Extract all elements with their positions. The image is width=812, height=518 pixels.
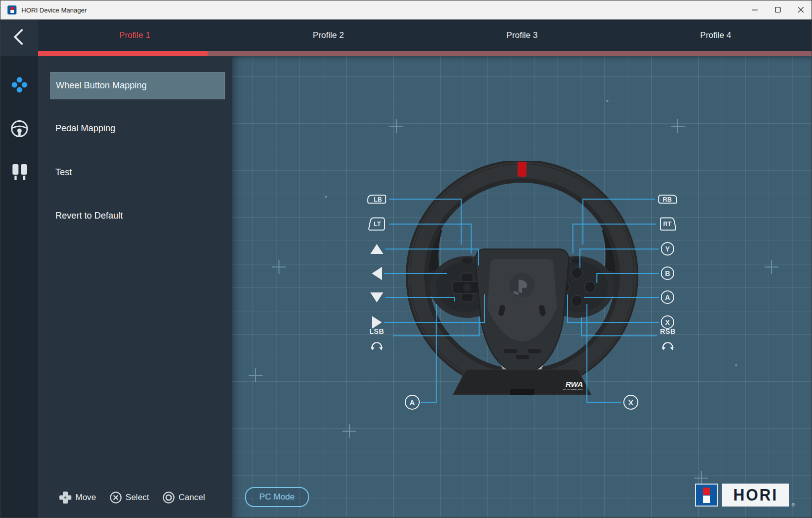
rim-center-stripe	[518, 162, 527, 177]
rsb-stick-icon	[661, 342, 674, 351]
profile-menu-panel: Wheel Button Mapping Pedal Mapping Test …	[38, 56, 232, 518]
close-icon[interactable]	[790, 0, 812, 19]
arrow-left-icon	[371, 266, 383, 281]
hori-mark-icon	[695, 484, 718, 507]
buttons-cluster-icon	[10, 76, 28, 94]
lt-badge: LT	[366, 216, 388, 232]
dpad-icon	[59, 491, 72, 504]
steering-wheel-icon	[9, 119, 29, 139]
rt-badge: RT	[657, 216, 679, 232]
svg-text:RT: RT	[663, 221, 672, 228]
pedals-icon	[10, 164, 28, 181]
sidebar-item-pedals[interactable]	[0, 158, 38, 186]
profile-tab-bar: Profile 1 Profile 2 Profile 3 Profile 4	[0, 19, 812, 56]
title-bar: HORI Device Manager	[0, 0, 812, 19]
x-button-callout: X	[661, 315, 674, 329]
bottom-a-button-callout: A	[405, 395, 420, 410]
legend-select: Select	[109, 491, 149, 504]
arrow-up-icon	[369, 243, 384, 255]
menu-item-revert-to-default[interactable]: Revert to Default	[55, 211, 123, 221]
sidebar-item-steering-wheel[interactable]	[0, 115, 38, 143]
back-button[interactable]	[0, 19, 38, 56]
arrow-down-icon	[369, 291, 384, 303]
y-button-callout: Y	[661, 242, 674, 256]
sidebar-item-buttons-cluster[interactable]	[0, 71, 38, 99]
icon-rail	[0, 56, 38, 518]
rb-badge: RB	[656, 193, 679, 206]
hori-word-text: HORI	[733, 486, 778, 505]
steering-wheel-illustration: RWA RACING WHEEL APEX	[392, 161, 652, 401]
window-controls	[744, 0, 812, 19]
menu-item-pedal-mapping[interactable]: Pedal Mapping	[55, 123, 115, 134]
hori-device-manager-window: HORI Device Manager Profile 1 Profile 2 …	[0, 0, 812, 518]
lsb-label: LSB	[359, 327, 394, 335]
legend-move-label: Move	[75, 493, 96, 503]
cross-circle-icon	[109, 491, 122, 504]
face-buttons	[571, 267, 582, 278]
svg-text:LT: LT	[374, 221, 381, 228]
legend-cancel: Cancel	[162, 491, 205, 504]
wheel-brand-text: RWA	[565, 380, 583, 388]
controller-hint-legend: Move Select Cancel	[59, 491, 205, 504]
maximize-icon[interactable]	[767, 0, 790, 19]
double-circle-icon	[162, 491, 175, 504]
lb-badge: LB	[365, 193, 388, 206]
menu-item-test[interactable]: Test	[55, 167, 72, 178]
hori-logo: HORI ®	[695, 484, 789, 507]
minimize-icon[interactable]	[744, 0, 767, 19]
tab-underline	[38, 51, 812, 56]
registered-mark: ®	[792, 503, 795, 508]
app-icon	[7, 5, 16, 14]
menu-item-label: Wheel Button Mapping	[56, 80, 147, 91]
hori-wordmark: HORI ®	[722, 484, 789, 507]
lsb-stick-icon	[370, 342, 383, 351]
bottom-x-button-callout: X	[623, 395, 638, 410]
legend-select-label: Select	[126, 493, 149, 503]
tab-profile-3[interactable]: Profile 3	[425, 19, 619, 51]
tab-profile-4[interactable]: Profile 4	[619, 19, 812, 51]
svg-text:LB: LB	[374, 196, 382, 203]
tab-profile-1[interactable]: Profile 1	[38, 19, 232, 51]
menu-item-wheel-button-mapping[interactable]: Wheel Button Mapping	[50, 72, 225, 99]
legend-move: Move	[59, 491, 96, 504]
svg-text:RB: RB	[663, 196, 672, 203]
back-arrow-icon	[12, 26, 27, 48]
wheel-mapping-diagram: RWA RACING WHEEL APEX	[232, 56, 812, 518]
wheel-brand-subtext: RACING WHEEL APEX	[563, 389, 583, 391]
active-tab-underline	[38, 51, 208, 56]
rsb-label: RSB	[650, 327, 685, 335]
tab-profile-2[interactable]: Profile 2	[232, 19, 425, 51]
pc-mode-button[interactable]: PC Mode	[245, 487, 309, 507]
window-title: HORI Device Manager	[21, 6, 87, 14]
legend-cancel-label: Cancel	[179, 493, 205, 503]
b-button-callout: B	[661, 266, 674, 280]
a-button-callout: A	[661, 290, 674, 304]
